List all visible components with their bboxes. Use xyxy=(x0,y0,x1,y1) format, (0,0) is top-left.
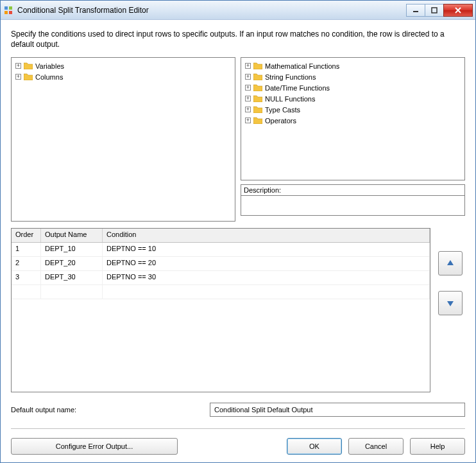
header-order: Order xyxy=(12,229,41,242)
svg-marker-9 xyxy=(447,301,454,306)
folder-icon xyxy=(253,73,262,80)
titlebar: Conditional Split Transformation Editor xyxy=(1,1,475,20)
expand-icon[interactable]: + xyxy=(245,96,251,101)
cell-order[interactable]: 3 xyxy=(12,271,41,284)
minimize-button[interactable] xyxy=(406,4,425,17)
cancel-button[interactable]: Cancel xyxy=(348,438,404,455)
ok-button[interactable]: OK xyxy=(287,438,342,455)
tree-item[interactable]: +Variables xyxy=(15,60,231,71)
move-up-button[interactable] xyxy=(438,251,463,275)
svg-marker-8 xyxy=(447,260,454,265)
close-button[interactable] xyxy=(443,4,473,17)
default-output-input[interactable] xyxy=(210,403,465,417)
tree-item-label: NULL Functions xyxy=(265,95,315,103)
tree-item-label: Variables xyxy=(35,62,64,70)
table-row[interactable]: 2DEPT_20DEPTNO == 20 xyxy=(12,257,430,271)
arrow-down-icon xyxy=(446,299,455,308)
folder-icon xyxy=(253,95,262,102)
window-controls xyxy=(407,4,473,17)
maximize-button[interactable] xyxy=(425,4,444,17)
tree-item[interactable]: +Columns xyxy=(15,71,231,82)
svg-rect-0 xyxy=(4,6,8,10)
table-row[interactable]: 3DEPT_30DEPTNO == 30 xyxy=(12,271,430,285)
tree-item-label: Operators xyxy=(265,117,296,125)
expand-icon[interactable]: + xyxy=(15,74,21,80)
arrow-up-icon xyxy=(446,259,455,268)
functions-tree[interactable]: +Mathematical Functions+String Functions… xyxy=(241,57,465,180)
expand-icon[interactable]: + xyxy=(245,63,251,69)
tree-item-label: Mathematical Functions xyxy=(265,62,339,70)
cell-order[interactable]: 2 xyxy=(12,257,41,270)
tree-item[interactable]: +Type Casts xyxy=(245,104,461,115)
conditions-grid[interactable]: Order Output Name Condition 1DEPT_10DEPT… xyxy=(11,228,430,392)
tree-item[interactable]: +Mathematical Functions xyxy=(245,60,461,71)
help-button[interactable]: Help xyxy=(410,438,465,455)
tree-item-label: Type Casts xyxy=(265,106,300,114)
tree-item[interactable]: +String Functions xyxy=(245,71,461,82)
tree-item-label: String Functions xyxy=(265,73,316,81)
folder-icon xyxy=(253,62,262,69)
folder-icon xyxy=(253,106,262,113)
tree-item-label: Columns xyxy=(35,73,63,81)
window-title: Conditional Split Transformation Editor xyxy=(17,6,407,15)
cell-output-name[interactable]: DEPT_30 xyxy=(41,271,103,284)
default-output-label: Default output name: xyxy=(11,406,203,414)
expand-icon[interactable]: + xyxy=(245,74,251,80)
move-down-button[interactable] xyxy=(438,291,463,315)
folder-icon xyxy=(253,84,262,91)
header-output-name: Output Name xyxy=(41,229,103,242)
folder-icon xyxy=(24,73,33,80)
svg-rect-5 xyxy=(432,8,437,13)
folder-icon xyxy=(253,117,262,124)
configure-error-output-button[interactable]: Configure Error Output... xyxy=(11,438,178,455)
cell-condition[interactable]: DEPTNO == 10 xyxy=(103,243,430,256)
tree-item[interactable]: +Date/Time Functions xyxy=(245,82,461,93)
tree-item[interactable]: +NULL Functions xyxy=(245,93,461,104)
grid-header: Order Output Name Condition xyxy=(12,229,430,243)
cell-condition[interactable]: DEPTNO == 30 xyxy=(103,271,430,284)
svg-rect-3 xyxy=(9,11,12,14)
description-box xyxy=(241,195,465,216)
header-condition: Condition xyxy=(103,229,430,242)
instructions-text: Specify the conditions used to direct in… xyxy=(11,29,465,49)
cell-condition[interactable]: DEPTNO == 20 xyxy=(103,257,430,270)
cell-order[interactable]: 1 xyxy=(12,243,41,256)
table-row-empty[interactable] xyxy=(12,285,430,299)
table-row[interactable]: 1DEPT_10DEPTNO == 10 xyxy=(12,243,430,257)
expand-icon[interactable]: + xyxy=(15,63,21,69)
tree-item[interactable]: +Operators xyxy=(245,115,461,126)
cell-output-name[interactable]: DEPT_20 xyxy=(41,257,103,270)
svg-rect-2 xyxy=(4,11,8,14)
app-icon xyxy=(3,5,13,15)
svg-rect-1 xyxy=(9,6,12,10)
folder-icon xyxy=(24,62,33,69)
description-label: Description: xyxy=(241,184,465,195)
tree-item-label: Date/Time Functions xyxy=(265,84,330,92)
expand-icon[interactable]: + xyxy=(245,107,251,112)
variables-columns-tree[interactable]: +Variables+Columns xyxy=(11,57,235,222)
expand-icon[interactable]: + xyxy=(245,85,251,91)
footer-divider xyxy=(11,428,465,429)
expand-icon[interactable]: + xyxy=(245,118,251,123)
cell-output-name[interactable]: DEPT_10 xyxy=(41,243,103,256)
